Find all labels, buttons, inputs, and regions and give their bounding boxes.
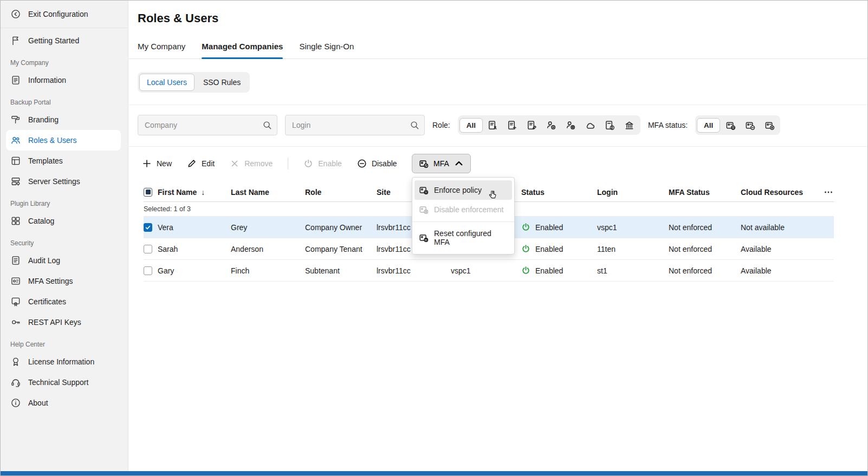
users-icon — [10, 135, 21, 146]
plus-icon — [142, 159, 152, 168]
headset-icon — [10, 377, 21, 388]
sidebar-item-label: Templates — [28, 157, 63, 165]
sidebar-item-getting-started[interactable]: Getting Started — [1, 30, 128, 51]
tab-my-company[interactable]: My Company — [138, 42, 185, 58]
enable-button[interactable]: Enable — [303, 159, 342, 168]
info-circle-icon — [10, 397, 21, 408]
column-first-name[interactable]: First Name↓ — [158, 188, 231, 197]
paint-roller-icon — [10, 114, 21, 125]
sidebar-item-label: MFA Settings — [28, 277, 73, 285]
sidebar-item-label: Roles & Users — [28, 136, 76, 145]
cell-status: Enabled — [521, 244, 597, 253]
exit-configuration-label: Exit Configuration — [28, 10, 88, 18]
sidebar-item-information[interactable]: Information — [1, 70, 128, 90]
sidebar-section-my-company: My Company — [1, 51, 128, 70]
sidebar-item-branding[interactable]: Branding — [1, 109, 128, 130]
column-mfa-status[interactable]: MFA Status — [669, 188, 741, 197]
mfa-not-enforced-icon[interactable] — [741, 117, 759, 133]
mfa-button[interactable]: MFA — [412, 154, 471, 173]
disable-enforcement-icon — [419, 205, 429, 214]
company-search-input[interactable] — [138, 115, 277, 135]
cell-cloud-resources: Available — [741, 245, 811, 253]
sidebar-section-security: Security — [1, 231, 128, 250]
sidebar-item-certificates[interactable]: Certificates — [1, 291, 128, 312]
sidebar-item-label: Information — [28, 76, 66, 84]
role-doc-pen-icon[interactable] — [523, 117, 541, 133]
role-doc-dollar-icon[interactable] — [601, 117, 619, 133]
tab-bar: My Company Managed Companies Single Sign… — [129, 42, 867, 59]
license-badge-icon — [10, 356, 21, 367]
sidebar-item-rest-api-keys[interactable]: REST API Keys — [1, 312, 128, 332]
column-role[interactable]: Role — [305, 188, 377, 197]
cell-last-name: Grey — [231, 223, 305, 232]
role-cloud-icon[interactable] — [581, 117, 600, 133]
company-filter — [138, 115, 277, 135]
enforce-policy-icon — [419, 185, 429, 195]
sidebar-item-license-information[interactable]: License Information — [1, 351, 128, 372]
table-row-gary[interactable]: Gary Finch Subtenant lrsvbr11cc vspc1 En… — [144, 260, 834, 282]
menu-item-reset-configured-mfa[interactable]: Reset configured MFA — [414, 224, 512, 251]
app-window: Exit Configuration Getting Started My Co… — [0, 0, 868, 476]
column-status[interactable]: Status — [521, 188, 597, 197]
sidebar-item-about[interactable]: About — [1, 393, 128, 413]
cell-status: Enabled — [521, 266, 597, 275]
grid-icon — [10, 216, 21, 226]
tab-single-sign-on[interactable]: Single Sign-On — [299, 42, 354, 58]
sidebar-section-help-center: Help Center — [1, 332, 128, 351]
sort-desc-icon[interactable]: ↓ — [201, 188, 205, 196]
cell-cloud-resources: Not available — [741, 223, 811, 232]
server-icon — [10, 176, 21, 187]
cell-company: vspc1 — [451, 266, 521, 275]
exit-configuration-button[interactable]: Exit Configuration — [1, 4, 128, 24]
sidebar-item-roles-users[interactable]: Roles & Users — [6, 130, 121, 151]
power-icon — [303, 159, 313, 168]
column-options-icon[interactable] — [823, 187, 834, 198]
login-search-input[interactable] — [285, 115, 425, 135]
cell-role: Company Tenant — [305, 245, 377, 253]
column-login[interactable]: Login — [597, 188, 669, 197]
sidebar-item-server-settings[interactable]: Server Settings — [1, 171, 128, 192]
sidebar-item-templates[interactable]: Templates — [1, 151, 128, 171]
cell-mfa-status: Not enforced — [669, 266, 741, 275]
role-bank-icon[interactable] — [620, 117, 639, 133]
main-content: Roles & Users My Company Managed Compani… — [129, 1, 867, 471]
row-checkbox[interactable] — [144, 266, 152, 275]
menu-item-enforce-policy[interactable]: Enforce policy — [414, 180, 512, 200]
sidebar-section-backup-portal: Backup Portal — [1, 90, 128, 109]
sidebar-item-mfa-settings[interactable]: MFA Settings — [1, 271, 128, 291]
tab-managed-companies[interactable]: Managed Companies — [202, 42, 283, 58]
role-user-gear-icon[interactable] — [542, 117, 561, 133]
new-button[interactable]: New — [142, 159, 172, 168]
role-doc-plus-icon[interactable] — [503, 117, 522, 133]
disable-button[interactable]: Disable — [357, 159, 397, 168]
sidebar-item-catalog[interactable]: Catalog — [1, 211, 128, 231]
edit-button[interactable]: Edit — [187, 159, 215, 168]
role-filter-all[interactable]: All — [459, 118, 483, 133]
page-title: Roles & Users — [129, 1, 867, 25]
toggle-local-users[interactable]: Local Users — [139, 74, 195, 91]
toggle-sso-rules[interactable]: SSO Rules — [196, 74, 248, 91]
sidebar-item-audit-log[interactable]: Audit Log — [1, 250, 128, 271]
role-doc-user-icon[interactable] — [484, 117, 502, 133]
role-user-at-icon[interactable] — [562, 117, 580, 133]
mfa-status-filter-group: All — [695, 115, 780, 135]
cell-cloud-resources: Available — [741, 266, 811, 275]
remove-button[interactable]: Remove — [230, 159, 273, 168]
mfa-disabled-icon[interactable] — [760, 117, 779, 133]
mfa-enabled-icon[interactable] — [721, 117, 740, 133]
search-icon — [410, 120, 419, 130]
sidebar-item-technical-support[interactable]: Technical Support — [1, 372, 128, 393]
flag-icon — [10, 35, 21, 46]
cell-status: Enabled — [521, 223, 597, 232]
menu-item-disable-enforcement[interactable]: Disable enforcement — [414, 200, 512, 219]
row-checkbox[interactable] — [144, 245, 152, 253]
column-cloud-resources[interactable]: Cloud Resources — [741, 188, 811, 197]
sidebar-item-label: Catalog — [28, 217, 54, 225]
sidebar-item-label: REST API Keys — [28, 318, 81, 327]
row-checkbox[interactable] — [144, 223, 152, 232]
mfa-status-filter-all[interactable]: All — [697, 118, 720, 133]
column-last-name[interactable]: Last Name — [231, 188, 305, 197]
select-all-checkbox[interactable] — [144, 188, 152, 197]
sidebar-item-label: Getting Started — [28, 36, 79, 45]
toolbar-divider — [288, 158, 288, 169]
